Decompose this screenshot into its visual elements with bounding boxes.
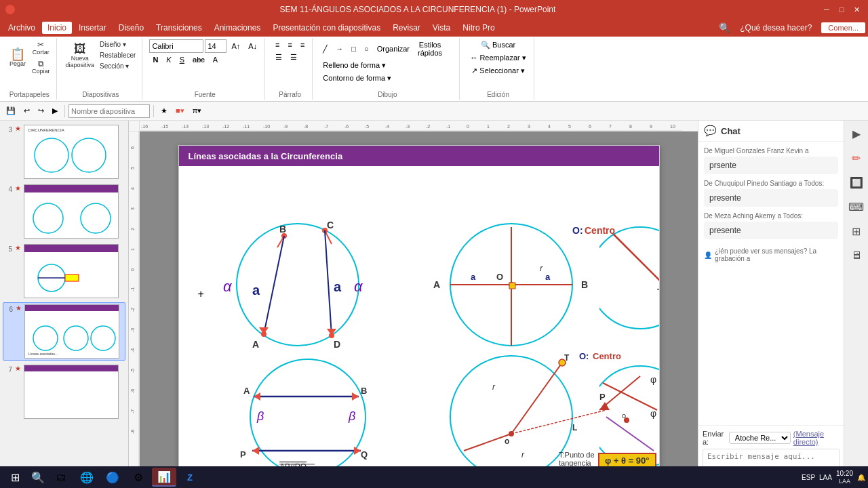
star-button[interactable]: ★ (157, 105, 171, 117)
align-center-button[interactable]: ≡ (285, 39, 296, 50)
minimize-button[interactable]: ─ (821, 3, 833, 16)
cut-button[interactable]: ✂Cortar (30, 39, 52, 57)
search-box[interactable]: ¿Qué desea hacer? (734, 22, 817, 34)
chat-bubble-2: presente (704, 189, 838, 207)
copy-button[interactable]: ⧉Copiar (30, 58, 52, 76)
italic-button[interactable]: K (163, 54, 174, 65)
rect-tool[interactable]: □ (348, 39, 359, 58)
redo-button[interactable]: ↪ (35, 105, 47, 117)
svg-text:CIRCUNFERENCIA: CIRCUNFERENCIA (28, 128, 64, 132)
slide-area[interactable]: Líneas asociadas a la Circunferencia + (140, 131, 698, 473)
pen-color-button[interactable]: ■▾ (172, 105, 188, 117)
quick-styles-button[interactable]: Estilosrápidos (414, 39, 446, 58)
present-button[interactable]: ▶ (49, 105, 61, 117)
svg-text:-6: -6 (344, 124, 349, 129)
fill-button[interactable]: Relleno de forma ▾ (319, 60, 389, 71)
slide-thumbnail-6: Líneas asociadas... (24, 304, 119, 359)
slide-name-input[interactable] (68, 104, 150, 118)
slide-thumb-4[interactable]: 4 ★ (3, 183, 125, 240)
svg-text:-11: -11 (243, 124, 250, 129)
right-pen-button[interactable]: ✏ (846, 148, 867, 168)
right-keyboard-button[interactable]: ⌨ (846, 197, 867, 217)
menu-animaciones[interactable]: Animaciones (209, 22, 267, 34)
menu-revisar[interactable]: Revisar (387, 22, 426, 34)
strikethrough-button[interactable]: abc (189, 54, 208, 65)
font-family-input[interactable] (149, 39, 203, 53)
arrange-button[interactable]: Organizar (374, 39, 413, 58)
svg-text:φ: φ (650, 408, 656, 419)
taskbar-search[interactable]: 🔍 (28, 468, 47, 487)
notification-icon[interactable]: 🔔 (857, 474, 865, 481)
taskbar-edge[interactable]: 🌐 (75, 468, 99, 487)
align-left-button[interactable]: ≡ (272, 39, 283, 50)
taskbar-zoom[interactable]: Z (178, 468, 202, 487)
taskbar-powerpoint[interactable]: 📊 (152, 468, 176, 487)
menu-diseno[interactable]: Diseño (113, 22, 149, 34)
arrow-tool[interactable]: → (332, 39, 347, 58)
outline-button[interactable]: Contorno de forma ▾ (319, 73, 395, 84)
svg-text:r: r (540, 263, 543, 273)
bullet-button[interactable]: ☰ (272, 52, 285, 63)
select-button[interactable]: ↗ Seleccionar ▾ (467, 65, 529, 77)
right-play-button[interactable]: ▶ (846, 123, 867, 144)
slide-thumb-3[interactable]: 3 ★ CIRCUNFERENCIA (3, 123, 125, 180)
send-to-select[interactable]: Atoche Re... (729, 432, 791, 444)
menu-archivo[interactable]: Archivo (3, 22, 41, 34)
paste-button[interactable]: 📋Pegar (7, 47, 28, 68)
numbering-button[interactable]: ☰ (287, 52, 300, 63)
menu-transiciones[interactable]: Transiciones (151, 22, 208, 34)
chat-bubble-1: prsente (704, 157, 838, 174)
svg-text:a: a (545, 272, 551, 282)
pi-button[interactable]: π▾ (189, 105, 205, 117)
circle-tool[interactable]: ○ (361, 39, 372, 58)
svg-line-138 (603, 383, 657, 410)
find-button[interactable]: 🔍 Buscar (467, 39, 529, 51)
slide-thumb-5[interactable]: 5 ★ (3, 243, 125, 300)
save-button[interactable]: 💾 (3, 105, 19, 117)
taskbar-settings[interactable]: ⚙ (126, 468, 151, 487)
underline-button[interactable]: S (176, 54, 188, 65)
right-monitor-button[interactable]: 🖥 (846, 245, 867, 266)
font-size-input[interactable] (205, 39, 226, 53)
section-button[interactable]: Sección ▾ (98, 61, 138, 71)
close-button[interactable]: ✕ (850, 3, 863, 16)
menu-inicio[interactable]: Inicio (42, 22, 72, 34)
direct-message-link[interactable]: (Mensaje directo) (793, 430, 840, 446)
menu-presentacion[interactable]: Presentación con diapositivas (267, 22, 386, 34)
menu-insertar[interactable]: Insertar (73, 22, 112, 34)
start-button[interactable]: ⊞ (3, 468, 27, 487)
line-tool[interactable]: ╱ (319, 39, 331, 58)
bold-button[interactable]: N (149, 54, 161, 65)
chat-message-3: De Meza Aching Akemy a Todos: presente (704, 212, 838, 239)
ribbon-group-fuente: A↑ A↓ N K S abc A Fuente (145, 38, 265, 100)
slide-canvas: Líneas asociadas a la Circunferencia + (178, 145, 660, 470)
svg-text:B: B (581, 279, 588, 290)
svg-text:-14: -14 (182, 124, 189, 129)
right-grid-button[interactable]: ⊞ (846, 221, 867, 241)
font-color-button[interactable]: A (210, 54, 221, 65)
svg-text:-15: -15 (161, 124, 168, 129)
diapositivas-label: Diapositivas (83, 89, 119, 98)
svg-text:-2: -2 (130, 308, 135, 312)
menu-vista[interactable]: Vista (427, 22, 456, 34)
new-slide-button[interactable]: 🖼Nuevadiapositiva (64, 41, 97, 70)
slide-thumb-6[interactable]: 6 ★ Líneas asociadas... (3, 302, 125, 361)
svg-text:o: o (622, 411, 626, 420)
font-increase-button[interactable]: A↑ (228, 41, 243, 52)
reset-button[interactable]: Restablecer (98, 50, 138, 60)
svg-rect-91 (509, 283, 515, 289)
replace-button[interactable]: ↔ Reemplazar ▾ (467, 52, 529, 64)
align-right-button[interactable]: ≡ (297, 39, 308, 50)
right-eraser-button[interactable]: 🔲 (846, 172, 867, 192)
font-decrease-button[interactable]: A↓ (245, 41, 260, 52)
svg-text:7: 7 (609, 124, 612, 129)
design-button[interactable]: Diseño ▾ (98, 39, 138, 49)
taskbar-chrome[interactable]: 🔵 (100, 468, 125, 487)
slide-thumb-7[interactable]: 7 ★ (3, 363, 125, 420)
menu-nitro[interactable]: Nitro Pro (457, 22, 500, 34)
restore-button[interactable]: □ (835, 3, 848, 16)
taskbar-explorer[interactable]: 🗂 (49, 468, 73, 487)
svg-text:9: 9 (650, 124, 652, 129)
comment-button[interactable]: Comen... (821, 22, 865, 33)
undo-button[interactable]: ↩ (20, 105, 33, 117)
